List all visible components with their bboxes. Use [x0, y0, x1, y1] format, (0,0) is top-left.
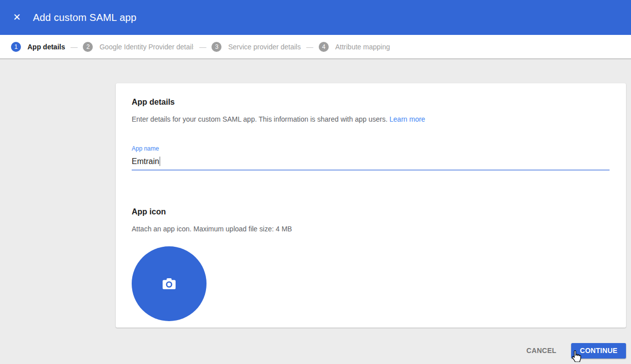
step-2-circle: 2	[83, 42, 93, 52]
step-3-circle: 3	[211, 42, 221, 52]
step-3-label: Service provider details	[228, 43, 301, 51]
step-separator: —	[199, 43, 206, 51]
app-name-value: Emtrain	[132, 157, 159, 166]
main-content: App details Enter details for your custo…	[0, 83, 631, 359]
continue-button[interactable]: CONTINUE	[571, 343, 626, 359]
step-4-label: Attribute mapping	[335, 43, 390, 51]
step-1-circle: 1	[11, 42, 21, 52]
learn-more-link[interactable]: Learn more	[390, 115, 425, 123]
step-2-label: Google Identity Provider details	[99, 43, 194, 51]
app-icon-section: App icon Attach an app icon. Maximum upl…	[132, 207, 610, 321]
app-details-description-text: Enter details for your custom SAML app. …	[132, 115, 388, 123]
close-icon: ✕	[13, 12, 21, 22]
dialog-header: ✕ Add custom SAML app	[0, 0, 631, 35]
app-icon-description: Attach an app icon. Maximum upload file …	[132, 225, 610, 233]
step-attribute-mapping[interactable]: 4 Attribute mapping	[319, 42, 390, 52]
app-details-heading: App details	[132, 98, 610, 107]
step-separator: —	[306, 43, 313, 51]
step-service-provider-details[interactable]: 3 Service provider details	[211, 42, 301, 52]
continue-button-wrap: CONTINUE	[571, 343, 626, 359]
app-name-field: App name Emtrain	[132, 145, 610, 171]
app-details-card: App details Enter details for your custo…	[116, 83, 626, 328]
cancel-button[interactable]: CANCEL	[523, 343, 559, 359]
step-google-idp-details[interactable]: 2 Google Identity Provider details	[83, 42, 194, 52]
step-app-details[interactable]: 1 App details	[11, 42, 65, 52]
dialog-title: Add custom SAML app	[33, 12, 137, 23]
upload-icon-button[interactable]	[132, 246, 207, 321]
step-separator: —	[70, 43, 77, 51]
step-1-label: App details	[27, 43, 65, 51]
app-name-input[interactable]: Emtrain	[132, 157, 610, 171]
camera-icon	[162, 277, 177, 290]
step-4-circle: 4	[319, 42, 329, 52]
close-button[interactable]: ✕	[10, 10, 24, 24]
stepper: 1 App details — 2 Google Identity Provid…	[0, 35, 631, 59]
text-caret	[160, 157, 160, 166]
app-icon-heading: App icon	[132, 207, 610, 216]
app-details-description: Enter details for your custom SAML app. …	[132, 115, 610, 123]
app-name-label: App name	[132, 145, 610, 152]
footer-actions: CANCEL CONTINUE	[0, 343, 626, 359]
